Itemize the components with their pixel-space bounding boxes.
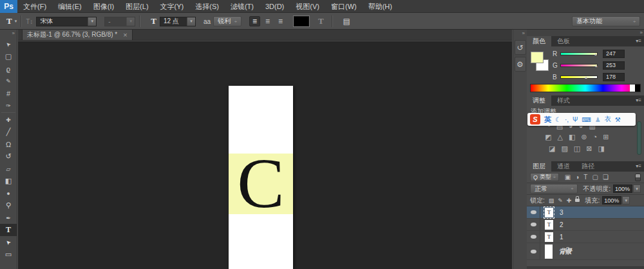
tab-swatches[interactable]: 色板 <box>551 36 576 46</box>
adjustment-icon[interactable]: ◪ <box>549 144 555 153</box>
layer-thumbnail[interactable]: T <box>545 220 553 230</box>
tool-blur[interactable]: ● <box>0 187 17 199</box>
chevron-down-icon[interactable]: ▾ <box>622 196 630 204</box>
menu-layer[interactable]: 图层(L) <box>120 0 154 13</box>
collapse-dock-icon[interactable]: » <box>640 30 642 35</box>
align-left-button[interactable]: ≡ <box>249 16 260 26</box>
font-family-select[interactable]: 宋体 ▾ <box>36 17 97 26</box>
tool-history-brush[interactable]: ↺ <box>0 150 17 163</box>
lock-pixels-icon[interactable]: ✎ <box>558 197 563 204</box>
properties-panel-button[interactable]: ⚙ <box>515 57 526 72</box>
blue-slider-thumb[interactable]: ▲ <box>584 75 588 79</box>
tool-crop[interactable]: # <box>0 87 17 99</box>
tool-eyedropper[interactable]: ✑ <box>0 99 17 112</box>
filter-adjustment-icon[interactable]: ◑ <box>575 174 579 181</box>
green-slider[interactable] <box>560 64 598 67</box>
menu-filter[interactable]: 滤镜(T) <box>225 0 260 13</box>
foreground-color-swatch[interactable] <box>531 52 544 63</box>
menu-image[interactable]: 图像(I) <box>88 0 120 13</box>
blue-value-field[interactable]: 178 <box>603 73 625 81</box>
lock-all-icon[interactable] <box>575 199 580 202</box>
opacity-field[interactable]: 100% <box>613 184 632 193</box>
panel-menu-icon[interactable]: ▾≡ <box>636 161 641 172</box>
fill-field[interactable]: 100% <box>602 196 621 204</box>
panel-menu-icon[interactable]: ▾≡ <box>636 95 641 106</box>
menu-window[interactable]: 窗口(W) <box>325 0 363 13</box>
adjustment-icon[interactable]: ◨ <box>598 144 604 153</box>
tool-preset-picker[interactable]: T ▾ <box>6 16 17 26</box>
ime-english-mode[interactable]: 英 <box>544 115 551 125</box>
text-color-swatch[interactable] <box>294 16 309 26</box>
tool-quick-selection[interactable]: ✎ <box>0 75 17 87</box>
green-slider-thumb[interactable]: ▲ <box>594 64 598 68</box>
collapse-dock-icon[interactable]: » <box>0 30 17 38</box>
workspace-switcher[interactable]: 基本功能 ÷ <box>572 16 640 26</box>
tool-path-selection[interactable]: ➤ <box>0 236 17 248</box>
menu-file[interactable]: 文件(F) <box>17 0 52 13</box>
tool-pen[interactable]: ✒ <box>0 212 17 224</box>
red-value-field[interactable]: 247 <box>603 50 625 58</box>
adjustment-icon[interactable]: ⊛ <box>581 133 587 141</box>
keyboard-icon[interactable]: ⌨ <box>582 116 591 123</box>
menu-select[interactable]: 选择(S) <box>189 0 225 13</box>
tab-styles[interactable]: 样式 <box>551 95 576 106</box>
chevron-down-icon[interactable]: ▾ <box>187 17 195 26</box>
filter-shape-icon[interactable]: ▢ <box>592 174 598 181</box>
menu-3d[interactable]: 3D(D) <box>260 0 290 13</box>
chevron-down-icon[interactable]: ▾ <box>633 184 641 193</box>
tab-color[interactable]: 颜色 <box>527 36 551 46</box>
align-right-button[interactable]: ≡ <box>275 16 286 26</box>
lock-transparency-icon[interactable]: ▨ <box>549 197 554 204</box>
tab-channels[interactable]: 通道 <box>551 161 576 172</box>
wrench-icon[interactable]: ⚒ <box>615 116 621 123</box>
tool-lasso[interactable]: ϱ <box>0 63 17 75</box>
adjustment-icon[interactable]: ◧ <box>569 133 575 141</box>
expand-dock-icon[interactable]: » <box>513 30 527 38</box>
microphone-icon[interactable]: Ψ <box>573 116 578 123</box>
red-slider-thumb[interactable]: ▲ <box>594 52 598 56</box>
adjustment-icon[interactable]: ⊠ <box>586 144 592 153</box>
menu-edit[interactable]: 编辑(E) <box>52 0 88 13</box>
adjustment-icon[interactable]: △ <box>557 133 562 141</box>
menu-type[interactable]: 文字(Y) <box>155 0 190 13</box>
moon-icon[interactable]: ☾ <box>555 116 561 123</box>
layer-row-3[interactable]: T 3 <box>527 206 644 219</box>
filter-smart-object-icon[interactable]: ❏ <box>603 174 609 181</box>
blue-slider[interactable] <box>560 75 598 79</box>
black-swatch[interactable] <box>635 85 640 92</box>
punctuation-icon[interactable]: ·, <box>565 116 569 123</box>
layer-name[interactable]: 3 <box>560 209 564 216</box>
layer-name[interactable]: 1 <box>560 234 564 241</box>
tab-paths[interactable]: 路径 <box>576 161 600 172</box>
tool-marquee[interactable]: ▢ <box>0 50 17 63</box>
history-panel-button[interactable]: ↺ <box>515 40 526 55</box>
tool-brush[interactable]: ╱ <box>0 126 17 138</box>
chevron-down-icon[interactable]: ▾ <box>88 17 96 26</box>
green-value-field[interactable]: 253 <box>603 61 625 70</box>
filter-pixel-icon[interactable]: ▣ <box>565 174 571 181</box>
adjustment-icon[interactable]: ⊞ <box>603 133 609 141</box>
skin-icon[interactable]: 衣 <box>605 115 611 124</box>
tool-shape[interactable]: ▭ <box>0 248 17 261</box>
tool-clone-stamp[interactable]: Ω <box>0 138 17 150</box>
visibility-cell[interactable] <box>527 231 540 243</box>
background-layer-thumbnail[interactable] <box>545 244 553 259</box>
layer-name[interactable]: 2 <box>560 221 564 228</box>
layer-thumbnail[interactable]: T <box>545 208 553 217</box>
adjustment-icon[interactable]: ◫ <box>574 144 580 153</box>
canvas-area[interactable]: C <box>18 41 512 269</box>
document-tab[interactable]: 未标题-1 @ 66.7% (3, RGB/8) * × <box>22 29 133 40</box>
align-center-button[interactable]: ≡ <box>262 16 273 26</box>
close-icon[interactable]: × <box>123 31 127 39</box>
panel-menu-icon[interactable]: ▾≡ <box>636 36 641 46</box>
font-size-select[interactable]: 12 点 ▾ <box>160 17 196 26</box>
menu-help[interactable]: 帮助(H) <box>363 0 398 13</box>
antialias-select[interactable]: 锐利 ÷ <box>213 16 242 26</box>
layer-thumbnail[interactable]: T <box>545 232 553 242</box>
tool-dodge[interactable]: ⚲ <box>0 199 17 212</box>
red-slider[interactable] <box>560 52 598 55</box>
filter-kind-select[interactable]: Ϙ 类型 ÷ <box>530 173 559 181</box>
filter-switch-toggle[interactable] <box>635 174 641 181</box>
tool-eraser[interactable]: ▱ <box>0 163 17 175</box>
adjustment-icon[interactable]: ▨ <box>561 144 567 153</box>
